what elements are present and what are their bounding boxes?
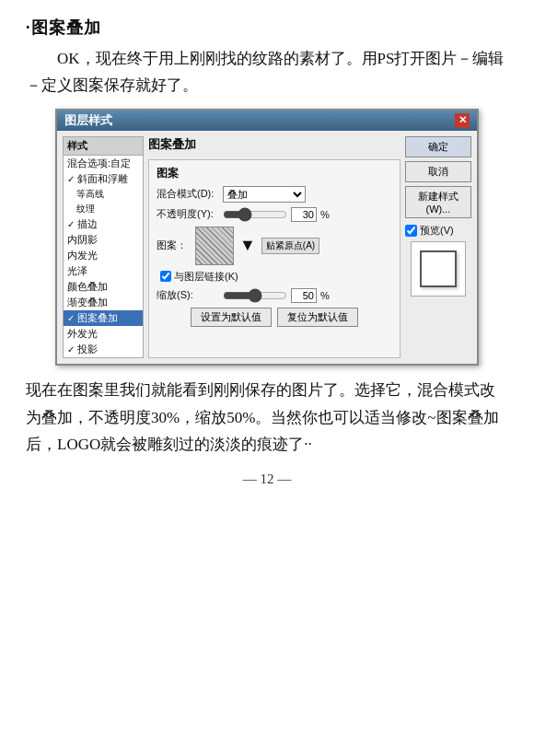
sidebar-item-pattern-overlay[interactable]: 图案叠加 bbox=[64, 310, 143, 326]
preview-label: 预览(V) bbox=[420, 224, 454, 238]
scale-slider[interactable] bbox=[223, 290, 287, 301]
sidebar-item-stroke[interactable]: 描边 bbox=[64, 216, 143, 232]
close-button[interactable]: ✕ bbox=[455, 113, 470, 128]
opacity-percent: % bbox=[320, 209, 330, 220]
dialog-right-panel: 确定 取消 新建样式(W)... 预览(V) bbox=[405, 136, 471, 358]
preview-inner bbox=[420, 250, 457, 287]
dialog-body: 样式 混合选项:自定 斜面和浮雕 等高线 纹理 描边 内阴影 内发光 光泽 颜色… bbox=[57, 131, 477, 364]
scale-percent: % bbox=[320, 290, 330, 301]
opacity-row: 不透明度(Y): % bbox=[157, 207, 392, 222]
snap-to-origin-button[interactable]: 贴紧原点(A) bbox=[261, 238, 319, 254]
dialog-panel: 图案 混合模式(D): 叠加 不透明度(Y): % bbox=[148, 159, 400, 358]
pattern-label: 图案： bbox=[157, 238, 190, 252]
sidebar-item-drop-shadow[interactable]: 投影 bbox=[64, 342, 143, 357]
link-label: 与图层链接(K) bbox=[174, 270, 238, 284]
sidebar-item-gradient-overlay[interactable]: 渐变叠加 bbox=[64, 295, 143, 310]
page-number: — 12 — bbox=[26, 471, 508, 487]
sidebar-item-satin[interactable]: 光泽 bbox=[64, 263, 143, 279]
set-default-button[interactable]: 设置为默认值 bbox=[191, 308, 272, 327]
dialog-main: 图案叠加 图案 混合模式(D): 叠加 不透明度(Y): bbox=[148, 136, 400, 358]
cancel-button[interactable]: 取消 bbox=[405, 161, 471, 182]
section-title: ·图案叠加 bbox=[26, 17, 508, 39]
blend-mode-label: 混合模式(D): bbox=[157, 187, 219, 201]
scale-input[interactable] bbox=[291, 288, 317, 303]
new-style-button[interactable]: 新建样式(W)... bbox=[405, 186, 471, 218]
dialog-title: 图层样式 bbox=[64, 112, 112, 129]
link-checkbox-row: 与图层链接(K) bbox=[160, 270, 392, 284]
body-paragraph: 现在在图案里我们就能看到刚刚保存的图片了。选择它，混合模式改为叠加，不透明度30… bbox=[26, 377, 508, 459]
section-panel-title: 图案叠加 bbox=[148, 136, 400, 153]
sidebar-item-color-overlay[interactable]: 颜色叠加 bbox=[64, 279, 143, 295]
opacity-input[interactable] bbox=[291, 207, 317, 222]
sidebar-item-inner-shadow[interactable]: 内阴影 bbox=[64, 232, 143, 248]
pattern-preview[interactable] bbox=[195, 227, 234, 265]
sub-section-title: 图案 bbox=[157, 166, 392, 181]
opacity-slider[interactable] bbox=[223, 209, 287, 220]
dialog-titlebar: 图层样式 ✕ bbox=[57, 110, 477, 131]
scale-label: 缩放(S): bbox=[157, 288, 219, 302]
blend-mode-row: 混合模式(D): 叠加 bbox=[157, 186, 392, 203]
sidebar-item-contour[interactable]: 等高线 bbox=[64, 187, 143, 202]
scale-row: 缩放(S): % bbox=[157, 288, 392, 303]
sidebar-item-inner-glow[interactable]: 内发光 bbox=[64, 248, 143, 263]
sidebar-item-bevel[interactable]: 斜面和浮雕 bbox=[64, 171, 143, 187]
sidebar-item-blend[interactable]: 混合选项:自定 bbox=[64, 156, 143, 171]
intro-paragraph: OK，现在终于用上刚刚找的纹路的素材了。用PS打开图片－编辑－定义图案保存就好了… bbox=[26, 46, 508, 99]
dialog-sidebar: 样式 混合选项:自定 斜面和浮雕 等高线 纹理 描边 内阴影 内发光 光泽 颜色… bbox=[63, 136, 144, 358]
preview-checkbox[interactable] bbox=[405, 225, 417, 237]
ok-button[interactable]: 确定 bbox=[405, 136, 471, 157]
reset-default-button[interactable]: 复位为默认值 bbox=[277, 308, 358, 327]
preview-row: 预览(V) bbox=[405, 224, 471, 238]
opacity-label: 不透明度(Y): bbox=[157, 207, 219, 221]
footer-buttons: 设置为默认值 复位为默认值 bbox=[157, 308, 392, 327]
layer-style-dialog: 图层样式 ✕ 样式 混合选项:自定 斜面和浮雕 等高线 纹理 描边 内阴影 内发… bbox=[55, 109, 479, 366]
preview-box bbox=[411, 241, 466, 297]
pattern-dropdown-icon[interactable]: ▼ bbox=[239, 236, 256, 255]
sidebar-item-outer-glow[interactable]: 外发光 bbox=[64, 326, 143, 342]
link-checkbox[interactable] bbox=[160, 271, 171, 282]
sidebar-title: 样式 bbox=[64, 137, 143, 156]
blend-mode-select[interactable]: 叠加 bbox=[223, 186, 306, 203]
dialog-wrapper: 图层样式 ✕ 样式 混合选项:自定 斜面和浮雕 等高线 纹理 描边 内阴影 内发… bbox=[26, 109, 508, 366]
sidebar-item-texture[interactable]: 纹理 bbox=[64, 202, 143, 216]
pattern-row: 图案： ▼ 贴紧原点(A) bbox=[157, 227, 392, 265]
